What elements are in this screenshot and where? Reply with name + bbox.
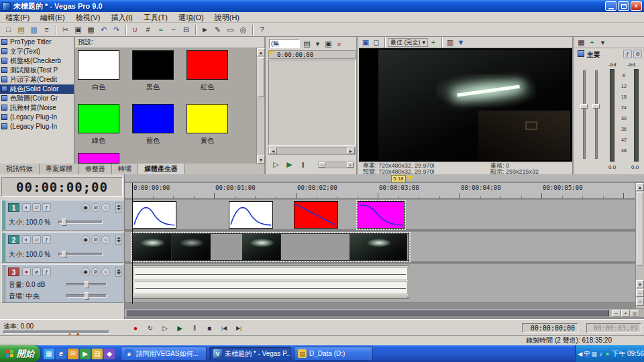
timeline-horizontal-scrollbar[interactable]: − + ◎ [125,308,644,317]
enable-snapping-icon[interactable]: ∪ [129,24,142,36]
zoom-out-button[interactable]: − [612,310,621,317]
loop-playback-button[interactable]: ↻ [144,322,157,334]
list-item[interactable]: 片頭字幕(Credit [0,75,74,84]
trimmer-history-dropdown[interactable]: (無 [269,39,300,48]
track-minimize-restore[interactable] [115,202,121,213]
right-fader-handle[interactable] [592,104,600,109]
paste-icon[interactable]: ▦ [85,24,97,36]
menu-tools[interactable]: 工具(T) [138,12,173,23]
presets-scrollbar[interactable]: ▲ ▼ [256,48,264,164]
list-item[interactable]: 訊雜材質(Noise [0,103,74,113]
insert-assignable-fx-icon[interactable]: + [587,38,597,47]
preset-swatch-red[interactable] [186,50,228,80]
track-minimize-restore[interactable] [115,235,121,245]
preset-swatch-green[interactable] [78,104,119,133]
menu-insert[interactable]: 插入(I) [105,12,138,23]
track-row-2[interactable] [125,232,644,263]
playhead-cursor[interactable] [132,183,133,304]
mail-icon[interactable]: ✉ [68,349,78,359]
trimmer-save-markers-icon[interactable]: ▾ [313,38,323,50]
track-motion-icon[interactable]: ▱ [32,203,41,212]
trimmer-pause-icon[interactable]: ‖ [297,159,309,170]
hide-inactive-icons-chevron[interactable]: ◀ [578,349,583,358]
track-fx-icon[interactable]: ƒ [42,235,51,244]
antivirus-icon[interactable]: ● [605,349,610,358]
list-item[interactable]: ProType Titler [0,38,74,47]
solo-icon[interactable]: ○ [101,203,110,212]
undo-icon[interactable]: ↶ [97,24,110,36]
trimmer-properties-icon[interactable]: ▣ [323,38,333,50]
generated-media-event[interactable] [294,201,338,229]
automation-settings-icon[interactable]: ◉ [81,267,90,276]
external-monitor-icon[interactable]: ◻ [371,37,382,48]
go-to-end-button[interactable]: ▶| [232,322,246,334]
automation-settings-icon[interactable]: ◉ [81,235,90,244]
zoom-in-button[interactable]: + [621,310,630,317]
preset-swatch-magenta[interactable] [78,153,119,164]
zoom-tool-button[interactable]: ◎ [631,310,639,317]
ignore-event-grouping-icon[interactable]: ⊟ [180,24,193,36]
preset-swatch-white[interactable] [78,50,119,80]
video-event-selected[interactable] [132,233,409,261]
quantize-to-frames-icon[interactable]: # [142,24,154,36]
copy-snapshot-icon[interactable]: ▥ [445,37,455,48]
timeline-big-timecode[interactable]: 00:00:00;00 [1,177,123,197]
volume-slider[interactable] [66,283,107,286]
tab-project-media[interactable]: 專案媒體 [40,164,79,174]
preset-swatch-black[interactable] [132,50,174,80]
bypass-motion-blur-icon[interactable]: ◐ [22,203,31,212]
trimmer-play-from-start-icon[interactable]: ▷ [270,159,282,170]
mute-icon[interactable]: ⊘ [91,203,100,212]
track-drag-strip[interactable] [2,200,5,230]
list-item[interactable]: (Legacy Plug-In [0,113,74,122]
volume-icon[interactable]: ♪ [598,349,604,358]
selection-edit-tool-icon[interactable]: ▭ [224,24,237,36]
insert-bus-icon[interactable]: ▦ [576,38,586,47]
master-fx-icon[interactable]: ƒ [623,50,632,58]
master-mute-icon[interactable]: ⊘ [633,50,642,58]
slider-thumb[interactable] [85,292,89,300]
mixer-dropdown-icon[interactable]: ▾ [598,38,608,47]
generated-media-event-selected[interactable] [358,201,405,229]
go-to-start-button[interactable]: |◀ [217,322,231,334]
track-header-3[interactable]: 3 ● ø ƒ ◉ ⊘ ○ 音量: 0.0 dB 音場: 中央 [1,264,123,303]
slider-thumb[interactable] [85,281,89,288]
timeline-vertical-scrollbar[interactable]: ▲ ▼ − + [635,183,644,308]
composite-level-slider[interactable] [58,253,103,256]
trimmer-open-media-icon[interactable]: ▤ [302,38,312,50]
tab-media-generators[interactable]: 媒體產生器 [138,164,184,174]
tab-transitions[interactable]: 轉場 [112,164,138,174]
zoom-edit-tool-icon[interactable]: ◎ [237,24,250,36]
show-desktop-icon[interactable]: ▦ [44,349,54,359]
maximize-button[interactable] [618,1,629,11]
messenger-icon[interactable]: ◆ [104,349,115,359]
trimmer-play-icon[interactable]: ▶ [283,159,296,170]
menu-help[interactable]: 說明(H) [209,12,245,23]
lock-envelopes-icon[interactable]: ~ [167,24,180,36]
track-header-1[interactable]: 1 ◐ ▱ ƒ ◉ ⊘ ○ 大小: 100.0 % [1,200,123,231]
track-row-3[interactable] [125,264,644,303]
track-height-grow-button[interactable]: + [636,298,644,306]
track-motion-icon[interactable]: ▱ [32,235,41,244]
marker-bar[interactable]: 5:18 [125,174,644,182]
track-fx-icon[interactable]: ƒ [42,267,51,276]
scrollbar-thumb[interactable] [126,310,609,316]
menu-file[interactable]: 檔案(F) [0,12,35,23]
media-player-icon[interactable]: ▶ [80,349,91,359]
redo-icon[interactable]: ↷ [110,24,123,36]
bypass-motion-blur-icon[interactable]: ◐ [22,235,31,244]
save-snapshot-icon[interactable]: ▼ [455,37,466,48]
track-height-shrink-button[interactable]: − [636,289,644,297]
auto-ripple-icon[interactable]: ≈ [154,24,167,36]
record-button[interactable]: ● [129,322,142,334]
save-icon[interactable]: ▥ [28,24,40,36]
open-icon[interactable]: ▤ [15,24,28,36]
slider-thumb[interactable] [62,251,66,258]
video-overlays-icon[interactable]: + [428,37,439,48]
list-item-selected[interactable]: 純色(Solid Color [0,84,74,94]
track-drag-strip[interactable] [2,233,5,262]
mute-icon[interactable]: ⊘ [91,235,100,244]
invert-phase-icon[interactable]: ø [32,267,41,276]
internet-explorer-icon[interactable]: e [56,349,66,359]
project-properties-icon[interactable]: ≡ [40,24,53,36]
